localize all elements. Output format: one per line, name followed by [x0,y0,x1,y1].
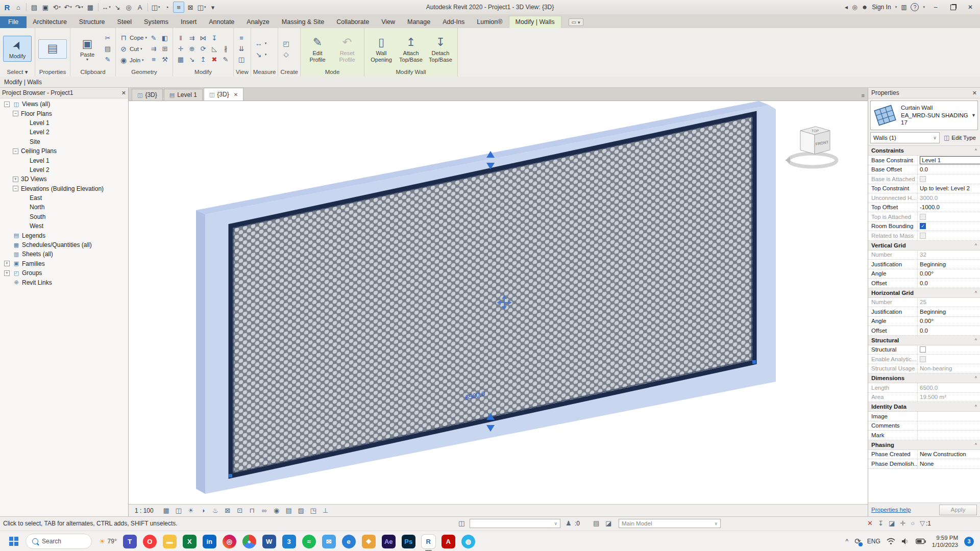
panel-label-mode[interactable]: Mode [301,68,364,77]
property-value[interactable]: New Construction [918,450,980,459]
create-group-icon[interactable]: ◰ [281,39,290,48]
demolish-hammer-icon[interactable]: ⚒ [160,55,169,64]
tree-item-level-1[interactable]: Level 1 [0,156,128,165]
filter-icon[interactable]: ▽ [920,519,925,527]
section-header-vertical-grid[interactable]: Vertical Grid^ [868,241,980,251]
copy-icon[interactable]: ⊕ [187,44,197,54]
close-hidden-windows-icon[interactable]: ⊠ [185,2,195,12]
property-value[interactable] [918,412,980,421]
editing-requests-icon[interactable]: ♟ [566,519,572,527]
panel-label-geometry[interactable]: Geometry [116,68,173,77]
notification-badge[interactable]: 3 [964,537,974,546]
tree-item-views-all-[interactable]: −◫Views (all) [0,99,128,109]
close-button[interactable]: ✕ [964,2,977,12]
sync-with-central-icon[interactable]: ⟲▾ [52,2,62,12]
taskbar-app-excel[interactable]: X [183,535,197,548]
tree-item-legends[interactable]: ▤Legends [0,231,128,240]
viewer-icon[interactable]: ◫ [237,55,246,64]
view-tab-list-icon[interactable]: ≡ [862,92,865,98]
taskbar-app-mail[interactable]: ✉ [322,535,336,548]
tree-toggle-minus-icon[interactable]: − [13,186,18,191]
section-header-constraints[interactable]: Constraints^ [868,146,980,156]
aligned-dimension-icon[interactable]: ↘ [112,2,122,12]
panel-label-modify[interactable]: Modify [173,68,233,77]
collapse-chevron-icon[interactable]: ^ [975,243,977,248]
offset-icon[interactable]: ⇉ [187,34,197,43]
match-type-icon[interactable]: ✎ [103,55,112,64]
reveal-hidden-elements-icon[interactable]: ◉ [272,506,281,515]
temporary-view-properties-icon[interactable]: ▤ [284,506,293,515]
collapse-chevron-icon[interactable]: ^ [975,338,977,343]
project-browser-close-icon[interactable]: ✕ [121,90,126,96]
property-value[interactable]: 0.00° [918,269,980,279]
taskbar-app-teams[interactable]: T [123,535,137,548]
property-value[interactable]: Level 1 [918,156,980,165]
ribbon-tab-structure[interactable]: Structure [73,16,111,28]
section-header-dimensions[interactable]: Dimensions^ [868,373,980,383]
taskbar-app-edge[interactable]: e [342,535,356,548]
active-option-icon[interactable]: ◪ [605,519,611,527]
property-value[interactable]: -1000.0 [918,203,980,212]
tag-by-category-icon[interactable]: ◎ [124,2,134,12]
thin-lines-icon[interactable]: ≡ [173,2,184,13]
property-value[interactable]: 0.0 [918,165,980,174]
ribbon-tab-lumion-[interactable]: Lumion® [471,16,508,28]
view-cube[interactable]: TOP FRONT [785,127,837,167]
checkbox-icon[interactable] [920,346,926,353]
view-cube-top-label[interactable]: TOP [812,129,819,133]
solid-box-icon[interactable]: ◧ [160,34,169,43]
visual-style-icon[interactable]: ◫ [174,506,183,515]
cope-button[interactable]: ⊓Cope▾ [119,33,147,43]
wall-opening-button[interactable]: ▯Wall Opening [368,33,395,64]
tree-toggle-minus-icon[interactable]: − [13,111,18,116]
tree-toggle-minus-icon[interactable]: − [4,102,10,107]
highlight-displacement-icon[interactable]: ◳ [309,506,318,515]
properties-palette-button[interactable]: ▤ [38,39,67,59]
tree-toggle-minus-icon[interactable]: − [13,148,18,154]
sign-in-button[interactable]: Sign In [872,4,891,11]
taskbar-app-chrome[interactable]: ● [242,535,256,548]
speaker-icon[interactable] [901,538,910,545]
attach-top-base-button[interactable]: ↥Attach Top/Base [397,33,425,64]
type-selector-arrow-icon[interactable]: ▼ [971,113,976,118]
ribbon-tab-add-ins[interactable]: Add-Ins [436,16,471,28]
worksets-dropdown[interactable]: ∨ [470,519,560,528]
temporary-hide-isolate-icon[interactable]: ∞ [260,506,269,515]
collapse-chevron-icon[interactable]: ^ [975,148,977,153]
customize-qat-icon[interactable]: ▾ [208,2,218,12]
select-links-toggle-icon[interactable]: ✕ [867,519,873,527]
property-value[interactable] [918,431,980,440]
print-icon[interactable]: ▦ [85,2,95,12]
paste-button[interactable]: ▣Paste▼ [74,35,101,63]
align-icon[interactable]: ‖ [176,34,185,43]
ribbon-tab-manage[interactable]: Manage [401,16,436,28]
wall-grip-bottom-left[interactable] [229,474,232,478]
project-browser-header[interactable]: Project Browser - Project1 ✕ [0,88,128,98]
properties-header[interactable]: Properties ✕ [868,88,980,98]
edit-type-button[interactable]: ◫ Edit Type [942,133,978,143]
taskbar-app-instagram[interactable]: ◎ [223,535,236,548]
tree-item-3d-views[interactable]: +3D Views [0,174,128,184]
app-store-icon[interactable]: ▥ [901,4,906,11]
wifi-icon[interactable] [887,538,895,545]
selection-filter-dropdown[interactable]: Walls (1) ∨ [870,132,940,143]
panel-label-create[interactable]: Create [278,68,300,77]
paint-icon[interactable]: ✎ [149,34,158,43]
pin-icon[interactable]: ↧ [210,34,219,43]
clock[interactable]: 9:59 PM 1/10/2023 [932,534,958,549]
save-icon[interactable]: ▣ [40,2,51,12]
ribbon-tab-annotate[interactable]: Annotate [203,16,240,28]
rotate-icon[interactable]: ⟳ [199,44,208,54]
panel-label-select[interactable]: Select ▾ [0,68,35,77]
minimize-button[interactable]: – [929,2,942,12]
property-value[interactable]: ✓ [918,222,980,231]
weather-widget[interactable]: ☀ 79° [99,537,117,545]
tree-item-level-2[interactable]: Level 2 [0,165,128,174]
design-options-icon[interactable]: ▤ [593,519,599,527]
onedrive-sync-icon[interactable]: ⟳ [854,537,861,546]
view-tab--3d-[interactable]: ◫{3D}✕ [204,88,243,101]
sign-in-arrow-icon[interactable]: ▾ [895,5,897,9]
collapse-chevron-icon[interactable]: ^ [975,442,977,447]
section-header-identity-data[interactable]: Identity Data^ [868,402,980,412]
delete-icon[interactable]: ✖ [210,55,219,64]
